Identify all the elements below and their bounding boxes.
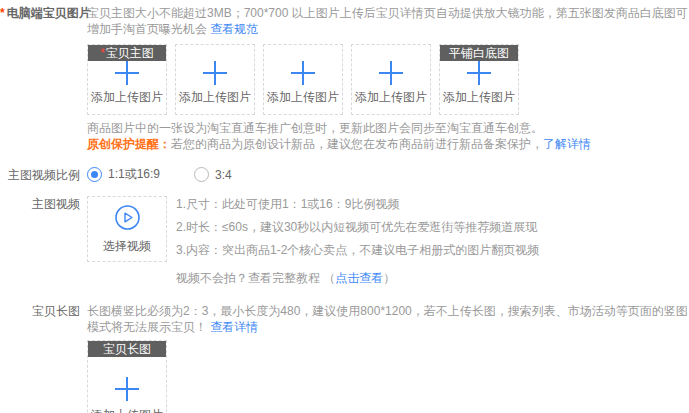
uploader-box-main-1[interactable]: *宝贝主图 添加上传图片 xyxy=(87,44,167,115)
uploader-box-3[interactable]: 添加上传图片 xyxy=(263,44,343,115)
long-uploader-wrap: 宝贝长图 添加上传图片 xyxy=(87,340,689,413)
video-select-box[interactable]: 选择视频 xyxy=(87,196,167,262)
plus-icon xyxy=(467,61,491,83)
upload-label: 添加上传图片 xyxy=(443,89,515,106)
video-tip-size: 1.尺寸：此处可使用1：1或16：9比例视频 xyxy=(176,196,539,212)
main-video-row: 主图视频 选择视频 1.尺寸：此处可使用1：1或16：9比例视频 2.时长：≤6… xyxy=(0,196,689,286)
main-images-description: 宝贝主图大小不能超过3MB；700*700 以上图片上传后宝贝详情页自动提供放大… xyxy=(87,5,689,37)
original-protection-note: 原创保护提醒：若您的商品为原创设计新品，建议您在发布商品前进行新品备案保护，了解… xyxy=(87,137,689,152)
radio-option-3-4[interactable]: 3:4 xyxy=(194,167,232,182)
uploader-box-long-image[interactable]: 宝贝长图 添加上传图片 xyxy=(87,340,167,413)
video-select-label: 选择视频 xyxy=(103,238,151,255)
view-specs-link[interactable]: 查看规范 xyxy=(210,22,258,36)
upload-label: 添加上传图片 xyxy=(355,89,427,106)
box-header-badge-white-bg: 平铺白底图 xyxy=(440,45,518,61)
video-ratio-radio-group: 1:1或16:9 3:4 xyxy=(87,166,266,183)
upload-boxes-row: *宝贝主图 添加上传图片 添加上传图片 添加上传图片 添加上传图片 平铺白底图 … xyxy=(87,44,689,115)
box-header-badge-main: *宝贝主图 xyxy=(88,45,166,61)
uploader-box-2[interactable]: 添加上传图片 xyxy=(175,44,255,115)
long-image-description: 长图横竖比必须为2：3，最小长度为480，建议使用800*1200，若不上传长图… xyxy=(87,303,689,335)
plus-icon xyxy=(115,61,139,83)
plus-icon xyxy=(291,61,315,83)
uploader-box-white-bg[interactable]: 平铺白底图 添加上传图片 xyxy=(439,44,519,115)
radio-option-1-1-or-16-9[interactable]: 1:1或16:9 xyxy=(87,166,160,183)
video-help-line: 视频不会拍？查看完整教程 （点击查看） xyxy=(176,270,539,286)
upload-label: 添加上传图片 xyxy=(179,89,251,106)
long-image-row: 宝贝长图 长图横竖比必须为2：3，最小长度为480，建议使用800*1200，若… xyxy=(0,303,689,335)
video-ratio-row: 主图视频比例 1:1或16:9 3:4 xyxy=(0,166,689,183)
section-label-main-images: *电脑端宝贝图片 xyxy=(0,5,80,21)
promo-sync-note: 商品图片中的一张设为淘宝直通车推广创意时，更新此图片会同步至淘宝直通车创意。 xyxy=(87,121,689,136)
video-tip-duration: 2.时长：≤60s，建议30秒以内短视频可优先在爱逛街等推荐频道展现 xyxy=(176,219,539,235)
view-tutorial-link[interactable]: 点击查看 xyxy=(335,271,383,285)
box-header-badge-long: 宝贝长图 xyxy=(88,341,166,357)
radio-unselected-icon xyxy=(194,167,209,182)
main-images-header-row: *电脑端宝贝图片 宝贝主图大小不能超过3MB；700*700 以上图片上传后宝贝… xyxy=(0,0,689,37)
video-tips-list: 1.尺寸：此处可使用1：1或16：9比例视频 2.时长：≤60s，建议30秒以内… xyxy=(176,196,539,286)
plus-icon xyxy=(379,61,403,83)
upload-label: 添加上传图片 xyxy=(267,89,339,106)
learn-more-link[interactable]: 了解详情 xyxy=(543,137,591,151)
section-label-main-video: 主图视频 xyxy=(0,196,80,212)
play-icon xyxy=(114,204,141,231)
view-details-link[interactable]: 查看详情 xyxy=(210,320,258,334)
required-asterisk: * xyxy=(0,6,5,20)
upload-label: 添加上传图片 xyxy=(91,407,163,413)
plus-icon xyxy=(115,377,139,401)
required-asterisk: * xyxy=(100,46,105,60)
video-tip-content: 3.内容：突出商品1-2个核心卖点，不建议电子相册式的图片翻页视频 xyxy=(176,242,539,258)
section-label-video-ratio: 主图视频比例 xyxy=(0,167,80,183)
upload-label: 添加上传图片 xyxy=(91,89,163,106)
protection-prefix: 原创保护提醒： xyxy=(87,137,171,151)
section-label-long-image: 宝贝长图 xyxy=(0,303,80,319)
uploader-box-4[interactable]: 添加上传图片 xyxy=(351,44,431,115)
radio-selected-icon xyxy=(87,167,102,182)
plus-icon xyxy=(203,61,227,83)
